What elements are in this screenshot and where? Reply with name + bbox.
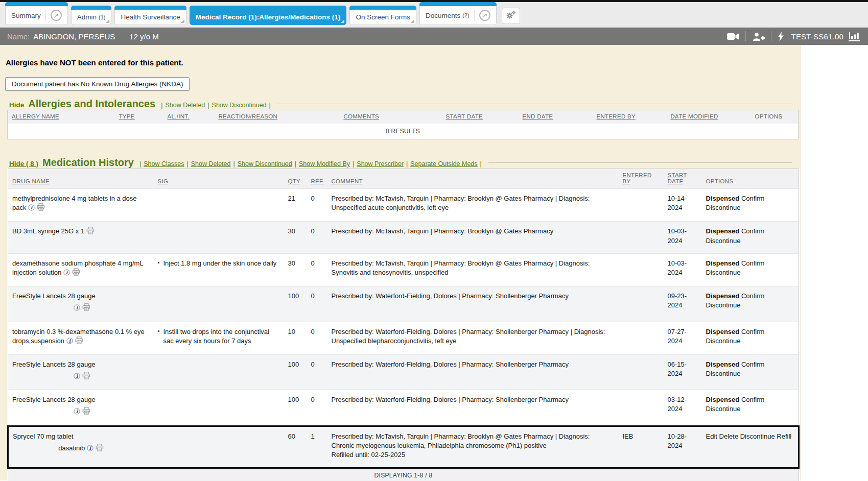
option-discontinue[interactable]: Discontinue <box>706 337 741 345</box>
info-icon[interactable]: i <box>63 269 70 278</box>
print-icon[interactable] <box>37 203 45 213</box>
allergies-section-header: Hide Allergies and Intolerances |Show De… <box>9 98 792 110</box>
col-drug-name[interactable]: DRUG NAME <box>8 169 154 189</box>
col-qty[interactable]: QTY <box>284 169 307 189</box>
print-icon[interactable] <box>82 372 90 382</box>
print-icon[interactable] <box>82 303 90 314</box>
col-options[interactable]: OPTIONS <box>751 110 799 124</box>
link-show-discontinued[interactable]: Show Discontinued <box>212 102 267 109</box>
option-confirm[interactable]: Confirm <box>741 360 765 368</box>
option-dispensed[interactable]: Dispensed <box>706 292 740 300</box>
option-discontinue[interactable]: Discontinue <box>706 301 741 309</box>
col-allergy-name[interactable]: ALLERGY NAME <box>8 110 115 124</box>
link-separate-outside-meds[interactable]: Separate Outside Meds <box>410 160 477 167</box>
print-icon[interactable] <box>82 407 90 417</box>
option-dispensed[interactable]: Dispensed <box>706 360 740 368</box>
col-comments[interactable]: COMMENTS <box>340 110 442 124</box>
print-icon[interactable] <box>72 268 80 278</box>
col-al-int[interactable]: AL./INT. <box>163 110 215 124</box>
link-show-modified-by[interactable]: Show Modified By <box>299 160 350 167</box>
cell-drug: FreeStyle Lancets 28 gaugei <box>8 354 154 390</box>
col-start-date[interactable]: START DATE <box>442 110 519 124</box>
option-confirm[interactable]: Confirm <box>741 195 765 202</box>
option-confirm[interactable]: Confirm <box>741 328 765 335</box>
link-show-deleted[interactable]: Show Deleted <box>166 102 205 109</box>
option-dispensed[interactable]: Dispensed <box>706 227 740 235</box>
col-start-date[interactable]: START DATE <box>664 169 702 189</box>
option-discontinue[interactable]: Discontinue <box>740 432 775 440</box>
link-show-classes[interactable]: Show Classes <box>144 160 184 167</box>
allergies-hide-link[interactable]: Hide <box>9 101 24 109</box>
cell-qty: 100 <box>284 286 307 322</box>
allergies-empty-row: 0 RESULTS <box>8 124 799 139</box>
info-icon[interactable]: i <box>66 338 73 347</box>
cell-ref: 0 <box>307 390 327 426</box>
tab-on-screen-forms[interactable]: On Screen Forms <box>349 6 416 25</box>
option-confirm[interactable]: Confirm <box>741 259 765 267</box>
col-end-date[interactable]: END DATE <box>519 110 593 124</box>
medication-section-links: |Show Classes|Show Deleted|Show Disconti… <box>137 160 484 167</box>
nkda-button[interactable]: Document patient has No Known Drug Aller… <box>5 77 190 91</box>
info-icon[interactable]: i <box>74 304 80 314</box>
comment-text: Prescribed by: Waterford-Fielding, Dolor… <box>332 360 615 369</box>
lightning-icon[interactable] <box>778 32 784 41</box>
print-icon[interactable] <box>86 227 95 237</box>
option-refill[interactable]: Refill <box>777 432 791 440</box>
bar-chart-icon[interactable] <box>849 32 861 41</box>
col-ref[interactable]: REF. <box>307 169 327 189</box>
link-show-discontinued[interactable]: Show Discontinued <box>238 160 292 167</box>
cell-ref: 0 <box>307 354 327 390</box>
option-discontinue[interactable]: Discontinue <box>706 269 741 276</box>
cell-entered-by <box>619 222 664 253</box>
option-dispensed[interactable]: Dispensed <box>706 259 740 267</box>
link-show-deleted[interactable]: Show Deleted <box>191 160 231 167</box>
col-entered-by[interactable]: ENTERED BY <box>593 110 667 124</box>
col-comment[interactable]: COMMENT <box>327 169 619 189</box>
info-icon[interactable]: i <box>74 408 80 417</box>
option-dispensed[interactable]: Dispensed <box>706 328 740 335</box>
option-delete[interactable]: Delete <box>719 432 739 440</box>
option-discontinue[interactable]: Discontinue <box>706 237 741 245</box>
tab-medical-record-1-allergies-medications-1[interactable]: Medical Record (1):Allergies/Medications… <box>190 6 347 25</box>
option-discontinue[interactable]: Discontinue <box>706 370 741 377</box>
medication-row: FreeStyle Lancets 28 gaugei1000Prescribe… <box>8 390 799 426</box>
open-in-new-icon[interactable]: ↗ <box>51 10 62 21</box>
col-date-modified[interactable]: DATE MODIFIED <box>667 110 751 124</box>
cell-drug: Sprycel 70 mg tabletdasatinibi <box>8 426 154 468</box>
settings-button[interactable] <box>502 8 520 24</box>
info-icon[interactable]: i <box>74 373 80 382</box>
open-in-new-icon[interactable]: ↗ <box>479 10 490 21</box>
option-confirm[interactable]: Confirm <box>741 227 765 235</box>
video-camera-icon[interactable] <box>727 33 739 40</box>
drug-name: BD 3mL syringe 25G x 1 <box>12 227 84 235</box>
cell-comment: Prescribed by: Waterford-Fielding, Dolor… <box>327 390 619 426</box>
info-icon[interactable]: i <box>28 204 35 213</box>
tab-health-surveillance[interactable]: Health Surveillance <box>114 6 186 25</box>
print-icon[interactable] <box>96 444 104 454</box>
print-icon[interactable] <box>75 336 83 347</box>
info-icon[interactable]: i <box>87 445 93 454</box>
medication-hide-link[interactable]: Hide ( 8 ) <box>9 160 38 167</box>
option-dispensed[interactable]: Dispensed <box>706 195 740 202</box>
col-type[interactable]: TYPE <box>115 110 163 124</box>
col-sig[interactable]: SIG <box>154 169 284 189</box>
separator: | <box>406 160 408 167</box>
option-dispensed[interactable]: Dispensed <box>706 396 740 403</box>
cell-options: Edit Delete Discontinue Refill <box>702 426 799 468</box>
option-confirm[interactable]: Confirm <box>741 292 765 300</box>
tab-documents[interactable]: Documents(2)↗ <box>419 2 497 25</box>
medication-header-row: DRUG NAMESIGQTYREF.COMMENTENTERED BYSTAR… <box>8 169 799 189</box>
tab-admin[interactable]: Admin(1) <box>71 6 112 25</box>
add-user-icon[interactable] <box>752 32 765 41</box>
comment-text: Prescribed by: Waterford-Fielding, Dolor… <box>332 327 615 346</box>
option-discontinue[interactable]: Discontinue <box>706 204 741 211</box>
option-confirm[interactable]: Confirm <box>741 396 765 403</box>
option-edit[interactable]: Edit <box>706 432 717 440</box>
col-reaction-reason[interactable]: REACTION/REASON <box>215 110 340 124</box>
col-entered-by[interactable]: ENTERED BY <box>619 169 664 189</box>
col-options[interactable]: OPTIONS <box>702 169 799 189</box>
option-discontinue[interactable]: Discontinue <box>706 405 741 413</box>
link-show-prescriber[interactable]: Show Prescriber <box>357 160 404 167</box>
tab-summary[interactable]: Summary↗ <box>5 2 68 25</box>
section-rule <box>277 104 792 104</box>
